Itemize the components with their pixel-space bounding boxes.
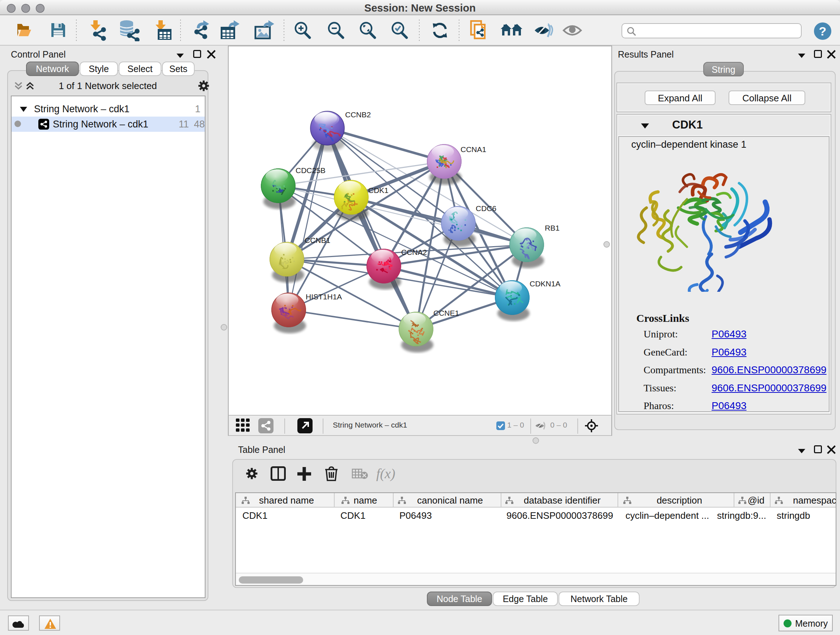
svg-text:CDC6: CDC6 — [476, 204, 496, 212]
svg-text:CCNB2: CCNB2 — [345, 111, 371, 119]
svg-text:CCNE1: CCNE1 — [433, 309, 459, 317]
svg-text:CDKN1A: CDKN1A — [530, 279, 561, 288]
svg-text:CCNA1: CCNA1 — [461, 145, 486, 154]
svg-text:CDC25B: CDC25B — [295, 166, 325, 174]
svg-text:CCNB1: CCNB1 — [305, 236, 330, 244]
svg-text:CCNA2: CCNA2 — [401, 248, 427, 256]
svg-text:?: ? — [819, 24, 827, 38]
svg-text:CDK1: CDK1 — [368, 186, 388, 195]
svg-text:HIST1H1A: HIST1H1A — [306, 293, 342, 301]
svg-text:RB1: RB1 — [545, 224, 560, 232]
